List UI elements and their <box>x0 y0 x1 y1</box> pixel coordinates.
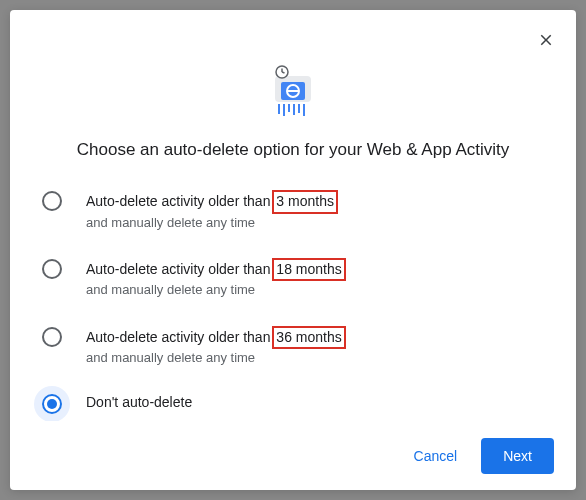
dialog-content: Choose an auto-delete option for your We… <box>10 10 576 421</box>
option-text: Auto-delete activity older than 18 month… <box>86 258 544 300</box>
radio-18-months[interactable] <box>42 259 62 279</box>
option-subtext: and manually delete any time <box>86 281 544 299</box>
option-prefix: Don't auto-delete <box>86 394 192 410</box>
option-subtext: and manually delete any time <box>86 214 544 232</box>
radio-dont-delete[interactable] <box>42 394 62 414</box>
auto-delete-dialog: Choose an auto-delete option for your We… <box>10 10 576 490</box>
option-highlight: 3 months <box>272 190 338 214</box>
header-icon-area <box>32 60 554 120</box>
option-subtext: and manually delete any time <box>86 349 544 367</box>
option-36-months[interactable]: Auto-delete activity older than 36 month… <box>42 326 544 368</box>
option-18-months[interactable]: Auto-delete activity older than 18 month… <box>42 258 544 300</box>
option-prefix: Auto-delete activity older than <box>86 193 274 209</box>
options-group: Auto-delete activity older than 3 months… <box>32 190 554 414</box>
option-highlight: 36 months <box>272 326 345 350</box>
close-icon <box>537 31 555 49</box>
option-3-months[interactable]: Auto-delete activity older than 3 months… <box>42 190 544 232</box>
option-label: Auto-delete activity older than 36 month… <box>86 326 544 350</box>
option-dont-delete[interactable]: Don't auto-delete <box>42 393 544 414</box>
radio-3-months[interactable] <box>42 191 62 211</box>
dialog-footer: Cancel Next <box>10 421 576 490</box>
cancel-button[interactable]: Cancel <box>410 440 462 472</box>
option-text: Don't auto-delete <box>86 393 544 413</box>
option-highlight: 18 months <box>272 258 345 282</box>
option-text: Auto-delete activity older than 36 month… <box>86 326 544 368</box>
option-prefix: Auto-delete activity older than <box>86 261 274 277</box>
option-label: Auto-delete activity older than 18 month… <box>86 258 544 282</box>
option-label: Auto-delete activity older than 3 months <box>86 190 544 214</box>
close-button[interactable] <box>534 28 558 52</box>
next-button[interactable]: Next <box>481 438 554 474</box>
option-text: Auto-delete activity older than 3 months… <box>86 190 544 232</box>
shredder-clock-icon <box>263 60 323 120</box>
radio-36-months[interactable] <box>42 327 62 347</box>
option-prefix: Auto-delete activity older than <box>86 329 274 345</box>
option-label: Don't auto-delete <box>86 393 544 413</box>
svg-line-6 <box>282 72 285 73</box>
dialog-title: Choose an auto-delete option for your We… <box>32 140 554 160</box>
